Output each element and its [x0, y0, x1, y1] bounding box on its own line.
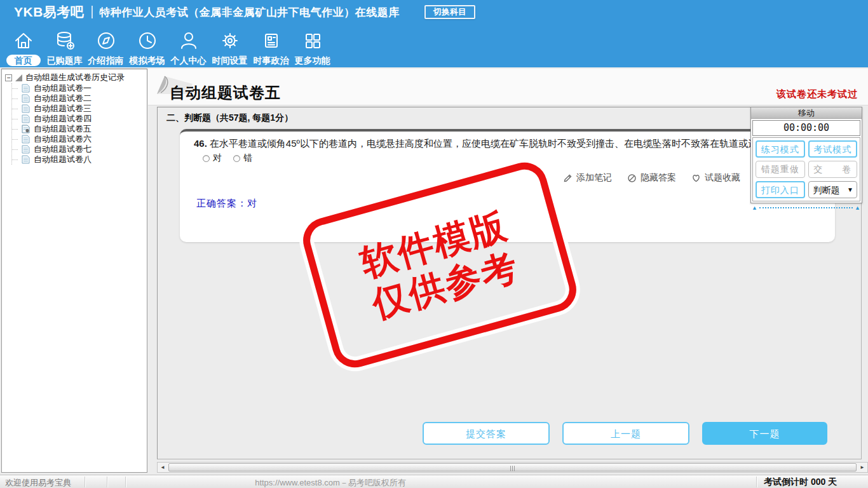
- exam-control-panel: 移动 00:00:00 练习模式 考试模式 错题重做 交 卷 打印入口 判断题 …: [750, 107, 862, 203]
- toolbar-label: 时间设置: [212, 55, 248, 66]
- toolbar-label: 介绍指南: [88, 55, 124, 66]
- document-icon: [22, 135, 30, 144]
- document-current-icon: [22, 125, 30, 133]
- tree-children: 自动组题试卷一 自动组题试卷二 自动组题试卷三 自动组题试卷四 自动组题试卷五 …: [11, 83, 146, 165]
- question-strip-scroller: ▲ ▲: [752, 205, 860, 211]
- news-icon: [260, 29, 283, 52]
- scrollbar-grip: [510, 466, 515, 471]
- tree-item-paper-3[interactable]: 自动组题试卷三: [12, 104, 146, 114]
- print-entry-button[interactable]: 打印入口: [756, 181, 805, 198]
- radio-icon[interactable]: [203, 155, 210, 162]
- prev-question-button[interactable]: 上一题: [562, 422, 689, 445]
- database-icon: [53, 29, 76, 52]
- option-false[interactable]: 错: [233, 152, 252, 164]
- tree-item-paper-1[interactable]: 自动组题试卷一: [12, 83, 146, 93]
- heart-icon: [691, 173, 701, 183]
- scrollbar-thumb[interactable]: [168, 463, 857, 471]
- tree-item-paper-4[interactable]: 自动组题试卷四: [12, 114, 146, 124]
- paper-title-band: 自动组题试卷五 该试卷还未考试过: [148, 69, 868, 105]
- answer-options: 对 错: [203, 152, 252, 164]
- tree-root-node[interactable]: − 自动组题生成试卷历史记录: [3, 72, 146, 83]
- status-divider: [756, 477, 757, 487]
- toolbar-item-guide[interactable]: 介绍指南: [85, 24, 126, 66]
- exam-timer: 00:00:00: [752, 120, 860, 136]
- sidebar-tree: − 自动组题生成试卷历史记录 自动组题试卷一 自动组题试卷二 自动组题试卷三 自…: [1, 69, 147, 473]
- panel-buttons: 练习模式 考试模式 错题重做 交 卷 打印入口 判断题 ▼: [752, 137, 860, 201]
- tree-item-paper-5-current[interactable]: 自动组题试卷五: [12, 124, 146, 134]
- exam-countdown-text: 考试倒计时 000 天: [764, 477, 837, 488]
- tree-item-paper-7[interactable]: 自动组题试卷七: [12, 144, 146, 154]
- exam-mode-button[interactable]: 考试模式: [808, 140, 858, 158]
- section-header: 二、判断题（共57题, 每题1分）: [166, 112, 293, 124]
- dotted-divider: [759, 207, 853, 208]
- radio-icon[interactable]: [233, 155, 240, 162]
- app-title: 特种作业人员考试（金属非金属矿山井下电气作业）在线题库: [99, 5, 400, 20]
- status-divider: [107, 477, 107, 487]
- document-icon: [22, 114, 30, 123]
- toolbar-label: 模拟考场: [130, 55, 165, 66]
- pencil-icon: [563, 173, 573, 183]
- document-icon: [22, 94, 30, 103]
- toolbar-item-mock-exam[interactable]: 模拟考场: [126, 24, 168, 66]
- header-divider: [92, 6, 93, 18]
- submit-answer-button[interactable]: 提交答案: [423, 422, 550, 445]
- document-icon: [22, 155, 30, 164]
- document-icon: [22, 145, 30, 154]
- redo-wrong-button[interactable]: 错题重做: [756, 161, 805, 178]
- status-divider: [85, 477, 85, 487]
- hide-answer-link[interactable]: 隐藏答案: [627, 172, 676, 184]
- scroll-up-icon[interactable]: ▲: [855, 205, 860, 211]
- switch-subject-button[interactable]: 切换科目: [424, 5, 475, 19]
- hide-eye-icon: [627, 173, 637, 183]
- next-question-button[interactable]: 下一题: [702, 422, 827, 445]
- toolbar-label: 更多功能: [295, 55, 330, 66]
- toolbar-item-user-center[interactable]: 个人中心: [168, 24, 209, 66]
- horizontal-scrollbar[interactable]: ◄ ►: [157, 462, 868, 473]
- question-type-dropdown[interactable]: 判断题 ▼: [808, 181, 858, 198]
- favorite-question-link[interactable]: 试题收藏: [691, 172, 740, 184]
- question-card: 46.在水平巷道或倾角45º以下的巷道内，电缆悬挂高度和位置，应使电缆在矿车脱轨…: [180, 129, 835, 242]
- toolbar-item-time-settings[interactable]: 时间设置: [209, 24, 250, 66]
- toolbar-item-home[interactable]: 首页: [3, 24, 44, 66]
- document-icon: [22, 104, 30, 113]
- correct-answer: 正确答案：对: [196, 198, 257, 210]
- hand-in-paper-button[interactable]: 交 卷: [808, 161, 858, 178]
- app-window: YKB易考吧 特种作业人员考试（金属非金属矿山井下电气作业）在线题库 切换科目 …: [0, 0, 868, 488]
- panel-drag-handle[interactable]: 移动: [751, 107, 862, 119]
- toolbar-label: 个人中心: [171, 55, 207, 66]
- question-text: 46.在水平巷道或倾角45º以下的巷道内，电缆悬挂高度和位置，应使电缆在矿车脱轨…: [194, 138, 834, 150]
- toolbar-item-more-functions[interactable]: 更多功能: [292, 24, 333, 66]
- paper-title: 自动组题试卷五: [170, 83, 281, 103]
- compass-icon: [95, 29, 118, 52]
- tree-item-paper-8[interactable]: 自动组题试卷八: [12, 154, 146, 165]
- header-bar: YKB易考吧 特种作业人员考试（金属非金属矿山井下电气作业）在线题库 切换科目: [0, 0, 868, 24]
- question-actions: 添加笔记 隐藏答案 试题收藏 错题本: [563, 172, 752, 184]
- add-note-link[interactable]: 添加笔记: [563, 172, 612, 184]
- toolbar-label: 首页: [6, 55, 41, 66]
- grid-icon: [301, 29, 324, 52]
- chevron-down-icon: ▼: [847, 182, 853, 198]
- user-icon: [177, 29, 200, 52]
- status-bar: 欢迎使用易考宝典 https://www.etest8.com－易考吧版权所有 …: [0, 475, 868, 488]
- practice-mode-button[interactable]: 练习模式: [756, 140, 805, 158]
- folder-icon: [15, 74, 22, 81]
- question-number: 46.: [194, 138, 207, 149]
- clock-icon: [136, 29, 159, 52]
- option-true[interactable]: 对: [203, 152, 222, 164]
- toolbar-label: 时事政治: [254, 55, 289, 66]
- dropdown-value: 判断题: [813, 182, 840, 198]
- status-welcome-text: 欢迎使用易考宝典: [5, 477, 71, 488]
- tree-item-paper-2[interactable]: 自动组题试卷二: [12, 93, 146, 104]
- scroll-left-icon[interactable]: ◄: [158, 463, 168, 472]
- home-icon: [12, 29, 35, 52]
- scroll-up-icon[interactable]: ▲: [752, 205, 757, 211]
- tree-item-paper-6[interactable]: 自动组题试卷六: [12, 134, 146, 144]
- toolbar-label: 已购题库: [47, 55, 83, 66]
- toolbar-item-purchased-banks[interactable]: 已购题库: [44, 24, 85, 66]
- collapse-icon[interactable]: −: [5, 74, 12, 81]
- toolbar-item-current-affairs[interactable]: 时事政治: [250, 24, 292, 66]
- app-logo: YKB易考吧: [14, 3, 84, 21]
- status-copyright-text: https://www.etest8.com－易考吧版权所有: [159, 477, 502, 488]
- scroll-right-icon[interactable]: ►: [857, 463, 867, 472]
- gear-icon: [219, 29, 241, 52]
